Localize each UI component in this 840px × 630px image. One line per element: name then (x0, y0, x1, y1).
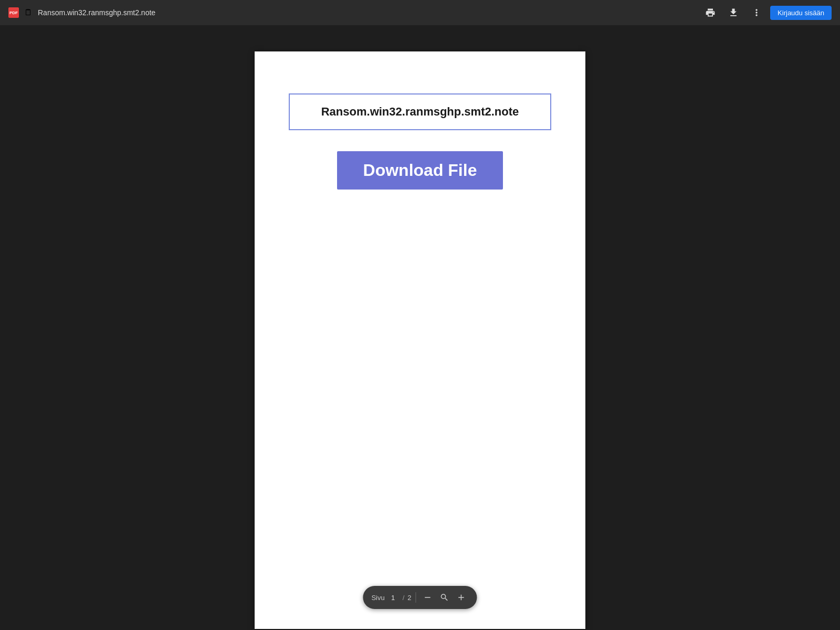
pdf-icon: PDF (8, 7, 19, 18)
download-file-button[interactable]: Download File (337, 151, 503, 190)
zoom-out-icon (423, 593, 433, 602)
page-separator: / (403, 594, 405, 602)
topbar-right: Kirjaudu sisään (701, 3, 832, 22)
search-icon (440, 593, 449, 602)
zoom-in-icon (457, 593, 466, 602)
download-icon (728, 7, 739, 18)
zoom-in-button[interactable] (454, 590, 469, 605)
main-area: Ransom.win32.ranmsghp.smt2.note Download… (0, 25, 840, 630)
more-options-button[interactable] (747, 3, 766, 22)
page-label: Sivu (371, 594, 384, 602)
zoom-reset-button[interactable] (437, 590, 452, 605)
signin-button[interactable]: Kirjaudu sisään (770, 6, 832, 20)
print-icon (705, 7, 716, 18)
toolbar-divider (416, 592, 416, 603)
topbar-left: PDF 🗒 Ransom.win32.ranmsghp.smt2.note (8, 7, 155, 18)
file-title: Ransom.win32.ranmsghp.smt2.note (321, 105, 519, 118)
file-title-box: Ransom.win32.ranmsghp.smt2.note (289, 93, 552, 130)
more-icon (751, 7, 762, 18)
topbar: PDF 🗒 Ransom.win32.ranmsghp.smt2.note Ki… (0, 0, 840, 25)
bottom-toolbar: Sivu / 2 (363, 586, 477, 609)
print-button[interactable] (701, 3, 720, 22)
topbar-title: Ransom.win32.ranmsghp.smt2.note (38, 8, 155, 17)
zoom-out-button[interactable] (421, 590, 435, 605)
download-button[interactable] (724, 3, 743, 22)
page-total: 2 (407, 594, 411, 602)
file-emoji-icon: 🗒 (23, 7, 34, 18)
pdf-icon-label: PDF (9, 10, 18, 15)
page-number-input[interactable] (387, 594, 400, 602)
pdf-page: Ransom.win32.ranmsghp.smt2.note Download… (255, 51, 585, 629)
